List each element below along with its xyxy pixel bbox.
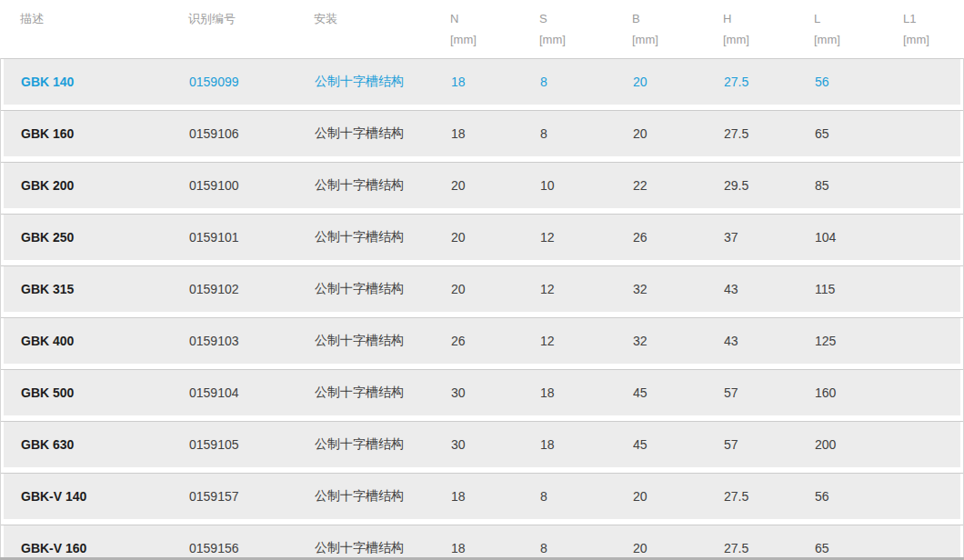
column-header-H: H [mm] (723, 8, 814, 58)
column-header-B: B [mm] (632, 8, 723, 58)
table-row-inner: GBK 160 0159106 公制十字槽结构 18 8 20 27.5 65 (4, 111, 960, 156)
cell-H: 27.5 (724, 541, 815, 555)
cell-L: 85 (815, 178, 904, 193)
cell-H: 57 (724, 385, 815, 400)
cell-L: 200 (815, 437, 904, 452)
cell-H: 43 (724, 282, 815, 296)
table-row[interactable]: GBK-V 160 0159156 公制十字槽结构 18 8 20 27.5 6… (1, 525, 963, 560)
table-row-inner: GBK 315 0159102 公制十字槽结构 20 12 32 43 115 (4, 266, 960, 312)
cell-part-number: 0159157 (189, 489, 315, 504)
column-header-L: L [mm] (814, 8, 903, 58)
cell-B: 32 (633, 334, 724, 348)
cell-B: 26 (633, 230, 724, 245)
column-header-part-number: 识别编号 (188, 8, 314, 58)
cell-description[interactable]: GBK 500 (21, 385, 189, 400)
table-row[interactable]: GBK 160 0159106 公制十字槽结构 18 8 20 27.5 65 (1, 110, 963, 156)
cell-S: 10 (540, 178, 633, 193)
cell-mounting: 公制十字槽结构 (315, 436, 451, 453)
column-header-S: S [mm] (539, 8, 632, 58)
cell-S: 12 (540, 230, 633, 245)
cell-H: 29.5 (724, 178, 815, 193)
cell-L: 65 (815, 126, 904, 141)
table-row[interactable]: GBK 630 0159105 公制十字槽结构 30 18 45 57 200 (1, 421, 963, 467)
column-header-mounting: 安装 (314, 8, 450, 58)
table-row-inner: GBK 200 0159100 公制十字槽结构 20 10 22 29.5 85 (4, 163, 960, 208)
table-header: 描述 识别编号 安装 N [mm] S [mm] B [mm] H [mm] L (0, 0, 964, 58)
cell-mounting: 公制十字槽结构 (315, 333, 451, 349)
cell-L: 56 (815, 75, 904, 89)
cell-L: 56 (815, 489, 904, 504)
cell-mounting: 公制十字槽结构 (315, 177, 451, 194)
cell-part-number: 0159101 (189, 230, 315, 245)
cell-description[interactable]: GBK 140 (21, 75, 189, 89)
product-spec-table: 描述 识别编号 安装 N [mm] S [mm] B [mm] H [mm] L (0, 0, 964, 560)
cell-S: 8 (540, 75, 633, 89)
cell-mounting: 公制十字槽结构 (315, 125, 451, 142)
cell-B: 20 (633, 75, 724, 89)
table-row[interactable]: GBK 500 0159104 公制十字槽结构 30 18 45 57 160 (1, 369, 963, 415)
cell-part-number: 0159103 (189, 334, 315, 348)
table-row[interactable]: GBK 200 0159100 公制十字槽结构 20 10 22 29.5 85 (1, 162, 963, 208)
cell-L: 160 (815, 385, 904, 400)
column-header-N: N [mm] (450, 8, 539, 58)
cell-H: 37 (724, 230, 815, 245)
cell-N: 30 (451, 437, 540, 452)
cell-B: 22 (633, 178, 724, 193)
cell-H: 57 (724, 437, 815, 452)
cell-B: 45 (633, 437, 724, 452)
cell-mounting: 公制十字槽结构 (315, 385, 451, 401)
cell-part-number: 0159104 (189, 385, 315, 400)
table-row-inner: GBK-V 140 0159157 公制十字槽结构 18 8 20 27.5 5… (4, 474, 960, 519)
cell-S: 18 (540, 437, 633, 452)
cell-N: 20 (451, 178, 540, 193)
table-row-inner: GBK-V 160 0159156 公制十字槽结构 18 8 20 27.5 6… (4, 525, 960, 560)
cell-mounting: 公制十字槽结构 (315, 281, 451, 297)
cell-mounting: 公制十字槽结构 (315, 229, 451, 245)
cell-description[interactable]: GBK-V 140 (21, 489, 189, 504)
cell-description[interactable]: GBK 400 (21, 334, 189, 348)
cell-part-number: 0159102 (189, 282, 315, 296)
cell-B: 20 (633, 126, 724, 141)
cell-part-number: 0159105 (189, 437, 315, 452)
cell-N: 18 (451, 75, 540, 89)
cell-L: 104 (815, 230, 904, 245)
cell-S: 18 (540, 385, 633, 400)
cell-part-number: 0159106 (189, 126, 315, 141)
cell-N: 26 (451, 334, 540, 348)
table-row[interactable]: GBK 250 0159101 公制十字槽结构 20 12 26 37 104 (1, 214, 963, 260)
cell-S: 12 (540, 334, 633, 348)
cell-description[interactable]: GBK 315 (21, 282, 189, 296)
cell-N: 20 (451, 230, 540, 245)
cell-H: 27.5 (724, 126, 815, 141)
table-row-inner: GBK 250 0159101 公制十字槽结构 20 12 26 37 104 (4, 215, 960, 260)
table-row-inner: GBK 400 0159103 公制十字槽结构 26 12 32 43 125 (4, 318, 960, 364)
cell-B: 32 (633, 282, 724, 296)
cell-description[interactable]: GBK 630 (21, 437, 189, 452)
cell-B: 20 (633, 489, 724, 504)
table-row-inner: GBK 630 0159105 公制十字槽结构 30 18 45 57 200 (4, 422, 960, 467)
cell-part-number: 0159100 (189, 178, 315, 193)
cell-description[interactable]: GBK 250 (21, 230, 189, 245)
cell-description[interactable]: GBK 200 (21, 178, 189, 193)
cell-N: 18 (451, 489, 540, 504)
column-header-description: 描述 (20, 8, 188, 58)
cell-B: 45 (633, 385, 724, 400)
table-row[interactable]: GBK 315 0159102 公制十字槽结构 20 12 32 43 115 (1, 265, 963, 312)
cell-description[interactable]: GBK 160 (21, 126, 189, 141)
cell-L: 125 (815, 334, 904, 348)
cell-mounting: 公制十字槽结构 (315, 540, 451, 556)
table-row[interactable]: GBK 140 0159099 公制十字槽结构 18 8 20 27.5 56 (1, 58, 963, 105)
table-row[interactable]: GBK 400 0159103 公制十字槽结构 26 12 32 43 125 (1, 317, 963, 364)
cell-N: 18 (451, 541, 540, 555)
table-row-inner: GBK 140 0159099 公制十字槽结构 18 8 20 27.5 56 (4, 59, 960, 105)
cell-S: 12 (540, 282, 633, 296)
cell-part-number: 0159099 (189, 75, 315, 89)
column-header-L1: L1 [mm] (903, 8, 964, 58)
cell-H: 43 (724, 334, 815, 348)
cell-mounting: 公制十字槽结构 (315, 74, 451, 90)
cell-L: 65 (815, 541, 904, 555)
table-body: GBK 140 0159099 公制十字槽结构 18 8 20 27.5 56 … (0, 58, 964, 560)
cell-L: 115 (815, 282, 904, 296)
table-row[interactable]: GBK-V 140 0159157 公制十字槽结构 18 8 20 27.5 5… (1, 473, 963, 519)
cell-description[interactable]: GBK-V 160 (21, 541, 189, 555)
